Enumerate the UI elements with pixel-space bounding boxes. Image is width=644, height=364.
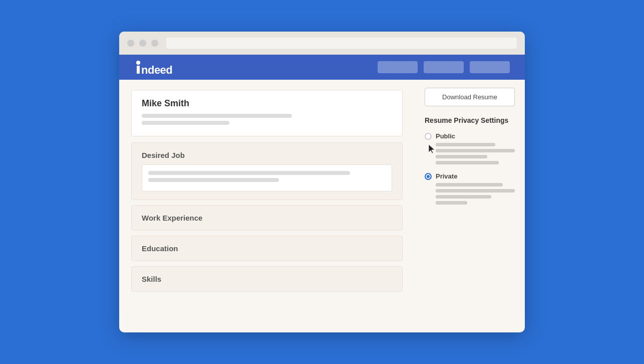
- desired-job-line-2: [148, 178, 279, 182]
- svg-point-0: [136, 61, 140, 65]
- education-section[interactable]: Education: [131, 236, 403, 261]
- right-panel: Download Resume Resume Privacy Settings …: [415, 80, 525, 332]
- svg-marker-3: [429, 144, 435, 153]
- private-line-4: [436, 201, 467, 205]
- private-line-3: [436, 195, 491, 199]
- desired-job-box: [142, 164, 392, 192]
- public-line-2: [436, 149, 515, 152]
- desired-job-title: Desired Job: [142, 151, 392, 159]
- navbar: ndeed: [119, 55, 525, 80]
- placeholder-line-2: [142, 121, 229, 125]
- desired-job-line-1: [148, 171, 350, 175]
- private-lines: [436, 183, 515, 205]
- private-line-1: [436, 183, 503, 187]
- education-title: Education: [142, 244, 392, 253]
- private-label: Private: [436, 172, 515, 180]
- nav-pill-1[interactable]: [378, 61, 418, 73]
- skills-section[interactable]: Skills: [131, 266, 403, 292]
- public-lines: [436, 143, 515, 164]
- public-label: Public: [436, 132, 515, 140]
- user-info-section: Mike Smith: [131, 90, 403, 136]
- address-bar[interactable]: [166, 38, 517, 49]
- browser-window: ndeed Mike Smith Desired: [119, 32, 525, 332]
- public-content: Public: [436, 132, 515, 164]
- skills-title: Skills: [142, 275, 392, 283]
- desired-job-section[interactable]: Desired Job: [131, 142, 403, 200]
- public-line-4: [436, 161, 499, 164]
- private-radio[interactable]: [425, 173, 432, 180]
- placeholder-line-1: [142, 114, 292, 118]
- navbar-links: [378, 61, 510, 73]
- public-line-1: [436, 143, 495, 146]
- private-option[interactable]: Private: [425, 172, 515, 205]
- private-content: Private: [436, 172, 515, 205]
- browser-content: ndeed Mike Smith Desired: [119, 55, 525, 332]
- download-resume-button[interactable]: Download Resume: [425, 88, 515, 106]
- user-name: Mike Smith: [142, 98, 392, 109]
- privacy-title: Resume Privacy Settings: [425, 116, 515, 124]
- public-line-3: [436, 155, 487, 158]
- work-experience-section[interactable]: Work Experience: [131, 205, 403, 231]
- nav-pill-3[interactable]: [470, 61, 510, 73]
- main-content: Mike Smith Desired Job Work Experience: [119, 80, 525, 332]
- public-radio[interactable]: [425, 133, 432, 140]
- browser-chrome: [119, 32, 525, 55]
- indeed-logo-svg: ndeed: [134, 60, 179, 75]
- cursor-icon: [429, 144, 436, 155]
- left-panel: Mike Smith Desired Job Work Experience: [119, 80, 415, 332]
- indeed-logo: ndeed: [134, 60, 179, 75]
- public-option[interactable]: Public: [425, 132, 515, 164]
- private-line-2: [436, 189, 515, 193]
- nav-pill-2[interactable]: [424, 61, 464, 73]
- browser-dot-2: [139, 40, 146, 47]
- svg-rect-1: [137, 66, 140, 74]
- svg-text:ndeed: ndeed: [141, 64, 172, 75]
- browser-dot-1: [127, 40, 134, 47]
- work-experience-title: Work Experience: [142, 214, 392, 222]
- browser-dot-3: [151, 40, 158, 47]
